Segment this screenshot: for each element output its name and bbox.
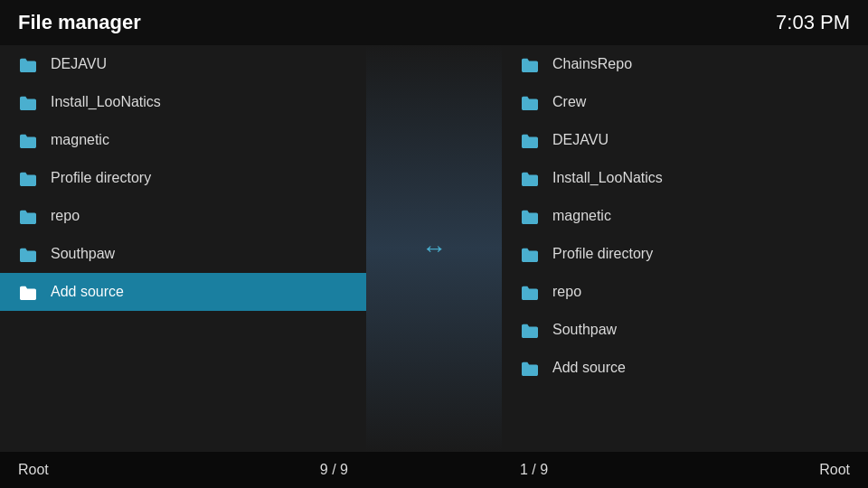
right-list-item[interactable]: Install_LooNatics	[502, 159, 868, 197]
right-list-item[interactable]: Crew	[502, 83, 868, 121]
right-footer-count: 1 / 9	[520, 462, 548, 478]
folder-icon	[18, 247, 38, 261]
left-list-item[interactable]: Profile directory	[0, 159, 366, 197]
folder-icon	[18, 209, 38, 223]
left-list-item[interactable]: Install_LooNatics	[0, 83, 366, 121]
clock: 7:03 PM	[776, 11, 850, 34]
file-item-label: Southpaw	[51, 246, 115, 262]
folder-icon	[520, 209, 540, 223]
left-list-item[interactable]: DEJAVU	[0, 45, 366, 83]
left-footer-label: Root	[18, 462, 49, 478]
right-list-item[interactable]: Profile directory	[502, 235, 868, 273]
right-list-item[interactable]: DEJAVU	[502, 121, 868, 159]
right-list-item[interactable]: repo	[502, 273, 868, 311]
folder-icon	[520, 323, 540, 337]
folder-icon	[18, 171, 38, 185]
file-item-label: Southpaw	[552, 322, 617, 338]
header: File manager 7:03 PM	[0, 0, 868, 45]
folder-icon	[18, 95, 38, 109]
footer: Root 9 / 9 1 / 9 Root	[0, 452, 868, 488]
left-panel: DEJAVU Install_LooNatics magnetic Profil…	[0, 45, 366, 452]
left-list-item[interactable]: Southpaw	[0, 235, 366, 273]
left-file-list: DEJAVU Install_LooNatics magnetic Profil…	[0, 45, 366, 452]
file-item-label: ChainsRepo	[552, 56, 632, 72]
app-title: File manager	[18, 11, 141, 34]
left-list-item[interactable]: magnetic	[0, 121, 366, 159]
file-item-label: Crew	[552, 94, 586, 110]
file-item-label: Add source	[51, 284, 124, 300]
folder-icon	[18, 285, 38, 299]
right-file-list: ChainsRepo Crew DEJAVU Install_LooNatics…	[502, 45, 868, 452]
file-item-label: Profile directory	[552, 246, 653, 262]
folder-icon	[520, 361, 540, 375]
file-item-label: repo	[552, 284, 581, 300]
right-list-item[interactable]: magnetic	[502, 197, 868, 235]
file-item-label: magnetic	[552, 208, 611, 224]
folder-icon	[520, 95, 540, 109]
right-panel: ChainsRepo Crew DEJAVU Install_LooNatics…	[502, 45, 868, 452]
left-list-item[interactable]: repo	[0, 197, 366, 235]
left-list-item[interactable]: Add source	[0, 273, 366, 311]
footer-left: Root 9 / 9	[0, 462, 366, 478]
folder-icon	[520, 133, 540, 147]
right-footer-label: Root	[819, 462, 850, 478]
file-item-label: Install_LooNatics	[552, 170, 663, 186]
folder-icon	[18, 57, 38, 71]
main-content: DEJAVU Install_LooNatics magnetic Profil…	[0, 45, 868, 452]
footer-right: 1 / 9 Root	[502, 462, 868, 478]
file-item-label: Install_LooNatics	[51, 94, 161, 110]
right-list-item[interactable]: Southpaw	[502, 311, 868, 349]
swap-arrows-icon: ↔	[421, 234, 447, 263]
file-item-label: DEJAVU	[51, 56, 107, 72]
folder-icon	[520, 285, 540, 299]
right-list-item[interactable]: Add source	[502, 349, 868, 387]
file-item-label: magnetic	[51, 132, 109, 148]
center-divider: ↔	[366, 45, 502, 452]
file-item-label: Profile directory	[51, 170, 151, 186]
folder-icon	[520, 247, 540, 261]
folder-icon	[520, 57, 540, 71]
file-item-label: repo	[51, 208, 80, 224]
file-item-label: Add source	[552, 360, 626, 376]
folder-icon	[18, 133, 38, 147]
left-footer-count: 9 / 9	[320, 462, 348, 478]
right-list-item[interactable]: ChainsRepo	[502, 45, 868, 83]
folder-icon	[520, 171, 540, 185]
file-item-label: DEJAVU	[552, 132, 609, 148]
